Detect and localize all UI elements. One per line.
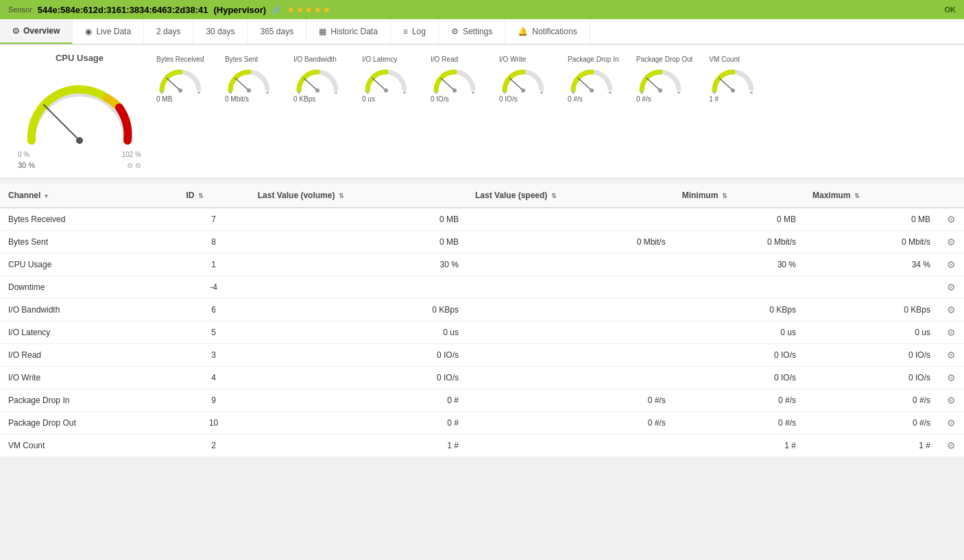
row-settings-icon[interactable]: ⚙ xyxy=(947,395,956,406)
cell-4-1: 6 xyxy=(178,299,249,321)
cell-8-4: 0 #/s xyxy=(674,389,804,412)
nav-notifications[interactable]: 🔔 Notifications xyxy=(505,19,590,44)
cell-7-4: 0 IO/s xyxy=(674,367,804,389)
nav-overview[interactable]: ⊙ Overview xyxy=(0,19,73,44)
table-body: Bytes Received70 MB0 MB0 MB⚙Bytes Sent80… xyxy=(0,208,964,457)
cell-1-4: 0 Mbit/s xyxy=(674,231,804,254)
col-channel-label: Channel xyxy=(8,191,40,200)
nav-log[interactable]: ≡ Log xyxy=(391,19,439,44)
header-sensor-type: (Hypervisor) xyxy=(213,5,266,15)
cell-10-4: 1 # xyxy=(674,435,804,457)
nav-notifications-label: Notifications xyxy=(532,27,577,36)
cell-10-1: 2 xyxy=(178,435,249,457)
cell-2-0: CPU Usage xyxy=(0,254,178,276)
bell-icon: 🔔 xyxy=(518,27,528,36)
cell-10-3 xyxy=(467,435,674,457)
cell-1-0: Bytes Sent xyxy=(0,231,178,254)
table-row: Bytes Received70 MB0 MB0 MB⚙ xyxy=(0,208,964,231)
gauge-label-package_drop_in: Package Drop In xyxy=(568,56,619,63)
gauge-package_drop_out: Package Drop Out0 #/s xyxy=(628,53,701,106)
col-last-speed-label: Last Value (speed) xyxy=(475,191,547,200)
table-row: CPU Usage130 %30 %34 %⚙ xyxy=(0,254,964,276)
small-gauges-container: Bytes Received0 MBBytes Sent0 Mbit/sI/O … xyxy=(148,53,953,106)
col-channel[interactable]: Channel ▾ xyxy=(0,184,178,208)
row-action-0[interactable]: ⚙ xyxy=(939,208,964,231)
cell-7-5: 0 IO/s xyxy=(804,367,939,389)
table-row: I/O Write40 IO/s0 IO/s0 IO/s⚙ xyxy=(0,367,964,389)
row-settings-icon[interactable]: ⚙ xyxy=(947,282,956,293)
cell-5-5: 0 us xyxy=(804,321,939,344)
svg-point-10 xyxy=(266,91,269,94)
nav-historic[interactable]: ▦ Historic Data xyxy=(306,19,391,44)
svg-point-6 xyxy=(197,91,200,94)
nav-2days-label: 2 days xyxy=(156,27,180,36)
header-link-icon: 🔗 xyxy=(272,5,281,14)
row-settings-icon[interactable]: ⚙ xyxy=(947,372,956,383)
row-action-7[interactable]: ⚙ xyxy=(939,367,964,389)
row-action-5[interactable]: ⚙ xyxy=(939,321,964,344)
svg-point-33 xyxy=(640,91,643,94)
overview-icon: ⊙ xyxy=(12,26,19,36)
gauge-label-bytes_sent: Bytes Sent xyxy=(225,56,258,63)
settings-icon: ⚙ xyxy=(451,27,459,36)
nav-2days[interactable]: 2 days xyxy=(144,19,193,44)
cell-4-0: I/O Bandwidth xyxy=(0,299,178,321)
col-id[interactable]: ID ⇅ xyxy=(178,184,249,208)
svg-line-11 xyxy=(304,78,317,90)
cell-1-2: 0 MB xyxy=(250,231,467,254)
row-settings-icon[interactable]: ⚙ xyxy=(947,214,956,225)
row-settings-icon[interactable]: ⚙ xyxy=(947,440,956,451)
row-action-1[interactable]: ⚙ xyxy=(939,231,964,254)
channel-sort-icon: ▾ xyxy=(45,193,48,199)
gauge-value-io_write: 0 IO/s xyxy=(499,95,518,103)
row-settings-icon[interactable]: ⚙ xyxy=(947,417,956,428)
svg-point-1 xyxy=(76,137,83,144)
row-action-10[interactable]: ⚙ xyxy=(939,435,964,457)
nav-365days[interactable]: 365 days xyxy=(248,19,306,44)
row-settings-icon[interactable]: ⚙ xyxy=(947,327,956,338)
col-last-speed[interactable]: Last Value (speed) ⇅ xyxy=(467,184,674,208)
svg-point-18 xyxy=(403,91,406,94)
gauge-svg-bytes_received xyxy=(156,64,204,95)
cell-3-3 xyxy=(467,276,674,299)
row-action-4[interactable]: ⚙ xyxy=(939,299,964,321)
svg-line-31 xyxy=(647,78,660,90)
nav-livedata[interactable]: ◉ Live Data xyxy=(73,19,144,44)
col-maximum[interactable]: Maximum ⇅ xyxy=(804,184,939,208)
svg-line-19 xyxy=(441,78,455,90)
svg-point-25 xyxy=(503,91,506,94)
cell-5-4: 0 us xyxy=(674,321,804,344)
header-sensor-id: 544e:584e:612d:3161:3834:6463:2d38:41 xyxy=(38,5,208,15)
cell-5-3 xyxy=(467,321,674,344)
cpu-current-value: 30 % xyxy=(18,161,35,169)
row-settings-icon[interactable]: ⚙ xyxy=(947,259,956,270)
cell-1-1: 8 xyxy=(178,231,249,254)
col-minimum[interactable]: Minimum ⇅ xyxy=(674,184,804,208)
log-icon: ≡ xyxy=(403,27,408,36)
svg-point-34 xyxy=(677,91,680,94)
row-settings-icon[interactable]: ⚙ xyxy=(947,304,956,315)
cell-6-4: 0 IO/s xyxy=(674,344,804,367)
svg-point-37 xyxy=(713,91,716,94)
svg-line-27 xyxy=(578,78,592,90)
row-settings-icon[interactable]: ⚙ xyxy=(947,236,956,247)
table-row: VM Count21 #1 #1 #⚙ xyxy=(0,435,964,457)
historic-icon: ▦ xyxy=(319,27,326,36)
cpu-gauge-title: CPU Usage xyxy=(56,53,104,63)
cell-9-1: 10 xyxy=(178,412,249,435)
svg-point-38 xyxy=(750,91,753,94)
svg-point-4 xyxy=(178,88,182,93)
row-action-2[interactable]: ⚙ xyxy=(939,254,964,276)
row-action-3[interactable]: ⚙ xyxy=(939,276,964,299)
cell-8-1: 9 xyxy=(178,389,249,412)
gauge-svg-io_bandwidth xyxy=(293,64,341,95)
nav-settings[interactable]: ⚙ Settings xyxy=(439,19,505,44)
row-action-8[interactable]: ⚙ xyxy=(939,389,964,412)
nav-30days[interactable]: 30 days xyxy=(193,19,248,44)
row-action-9[interactable]: ⚙ xyxy=(939,412,964,435)
row-action-6[interactable]: ⚙ xyxy=(939,344,964,367)
row-settings-icon[interactable]: ⚙ xyxy=(947,350,956,361)
gauge-bytes_sent: Bytes Sent0 Mbit/s xyxy=(217,53,285,106)
col-last-volume[interactable]: Last Value (volume) ⇅ xyxy=(250,184,467,208)
nav-overview-label: Overview xyxy=(23,26,60,36)
